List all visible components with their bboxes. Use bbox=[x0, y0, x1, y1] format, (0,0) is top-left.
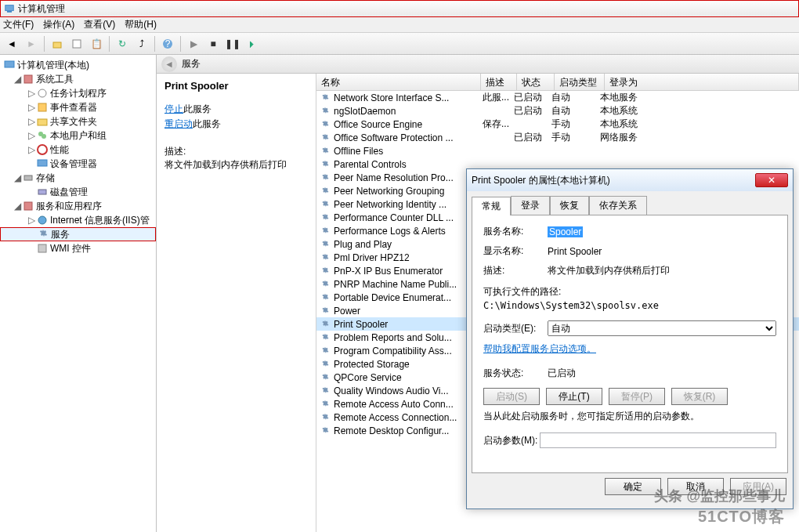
tree-eventviewer[interactable]: ▷事件查看器 bbox=[0, 100, 156, 114]
close-button[interactable]: ✕ bbox=[755, 173, 788, 187]
tree-iis[interactable]: ▷Internet 信息服务(IIS)管 bbox=[0, 213, 156, 227]
svg-point-13 bbox=[38, 145, 47, 154]
tab-logon[interactable]: 登录 bbox=[511, 196, 550, 215]
col-startup[interactable]: 启动类型 bbox=[555, 74, 605, 90]
svc-name-value[interactable]: Spooler bbox=[548, 226, 583, 237]
param-input bbox=[540, 432, 776, 448]
watermark-bottom: 51CTO博客 bbox=[698, 506, 785, 527]
svg-rect-17 bbox=[24, 202, 32, 210]
startup-select[interactable]: 自动 bbox=[548, 320, 776, 336]
desc-value: 将文件加载到内存供稍后打印 bbox=[548, 264, 776, 277]
window-title: 计算机管理 bbox=[18, 2, 65, 16]
svg-text:?: ? bbox=[165, 38, 171, 49]
watermark-top: 头条 @监控那些事儿 bbox=[654, 487, 785, 505]
help-link[interactable]: 帮助我配置服务启动选项。 bbox=[483, 343, 596, 354]
tree-localusers[interactable]: ▷本地用户和组 bbox=[0, 128, 156, 143]
start-button: 启动(S) bbox=[483, 388, 540, 405]
startup-label: 启动类型(E): bbox=[483, 322, 548, 335]
toolbar: ◄ ► 📋 ↻ ⤴ ? ▶ ■ ❚❚ ⏵ bbox=[0, 33, 799, 55]
tree-tasksched[interactable]: ▷任务计划程序 bbox=[0, 86, 156, 100]
tree-perf[interactable]: ▷性能 bbox=[0, 143, 156, 157]
desc-label: 描述: bbox=[164, 145, 308, 158]
service-row[interactable]: Office Source Engine保存...手动本地系统 bbox=[316, 118, 799, 131]
disp-name-label: 显示名称: bbox=[483, 244, 548, 258]
nav-fwd-icon[interactable]: ► bbox=[23, 35, 40, 52]
svg-point-8 bbox=[38, 89, 46, 97]
tree-svcapps[interactable]: ◢服务和应用程序 bbox=[0, 199, 156, 213]
status-value: 已启动 bbox=[548, 367, 776, 380]
tab-recovery[interactable]: 恢复 bbox=[550, 196, 589, 215]
param-label: 启动参数(M): bbox=[483, 434, 540, 447]
restart-icon[interactable]: ⏵ bbox=[244, 35, 261, 52]
service-row[interactable]: ngSlotDaemon已启动自动本地系统 bbox=[316, 104, 799, 118]
pause-button: 暂停(P) bbox=[609, 388, 665, 405]
tab-general[interactable]: 常规 bbox=[472, 197, 511, 215]
svg-point-12 bbox=[42, 134, 46, 139]
tree-services[interactable]: 服务 bbox=[0, 227, 156, 241]
tree-shared[interactable]: ▷共享文件夹 bbox=[0, 114, 156, 128]
tree-wmi[interactable]: WMI 控件 bbox=[0, 241, 156, 255]
stop-service-link[interactable]: 停止 bbox=[164, 103, 183, 114]
disp-name-value: Print Spooler bbox=[548, 246, 776, 257]
detail-pane: Print Spooler 停止此服务 重启动此服务 描述: 将文件加载到内存供… bbox=[157, 74, 316, 532]
svg-rect-16 bbox=[38, 190, 46, 194]
dialog-tabs: 常规 登录 恢复 依存关系 bbox=[467, 191, 793, 215]
svg-rect-0 bbox=[5, 5, 14, 11]
start-hint: 当从此处启动服务时，您可指定所适用的启动参数。 bbox=[483, 410, 776, 423]
help-icon[interactable]: ? bbox=[159, 35, 176, 52]
dialog-title: Print Spooler 的属性(本地计算机) bbox=[472, 174, 610, 187]
back-circle-icon[interactable]: ◄ bbox=[161, 56, 177, 72]
tree-storage[interactable]: ◢存储 bbox=[0, 171, 156, 185]
svg-rect-2 bbox=[53, 42, 61, 48]
tab-deps[interactable]: 依存关系 bbox=[589, 196, 647, 215]
service-row[interactable]: Network Store Interface S...此服...已启动自动本地… bbox=[316, 91, 799, 104]
exe-label: 可执行文件的路径: bbox=[483, 285, 776, 299]
exe-path: C:\Windows\System32\spoolsv.exe bbox=[483, 300, 776, 311]
svg-rect-19 bbox=[38, 244, 46, 252]
restart-service-link[interactable]: 重启动 bbox=[164, 118, 193, 129]
properties-dialog: Print Spooler 的属性(本地计算机) ✕ 常规 登录 恢复 依存关系… bbox=[466, 168, 794, 509]
refresh-icon[interactable]: ↻ bbox=[114, 35, 131, 52]
svg-rect-3 bbox=[73, 40, 81, 48]
svc-name-label: 服务名称: bbox=[483, 225, 548, 238]
menubar: 文件(F) 操作(A) 查看(V) 帮助(H) bbox=[0, 17, 799, 33]
col-logon[interactable]: 登录为 bbox=[605, 74, 799, 90]
export-icon[interactable]: 📋 bbox=[88, 35, 105, 52]
stop-button[interactable]: 停止(T) bbox=[546, 388, 602, 405]
dialog-titlebar[interactable]: Print Spooler 的属性(本地计算机) ✕ bbox=[467, 169, 793, 191]
app-icon bbox=[4, 3, 15, 14]
window-titlebar: 计算机管理 bbox=[0, 0, 799, 17]
svg-rect-9 bbox=[38, 103, 46, 111]
col-desc[interactable]: 描述 bbox=[481, 74, 517, 90]
props-icon[interactable] bbox=[68, 35, 85, 52]
tree-root[interactable]: 计算机管理(本地) bbox=[0, 58, 156, 72]
export2-icon[interactable]: ⤴ bbox=[133, 35, 150, 52]
col-name[interactable]: 名称 bbox=[316, 74, 481, 90]
nav-tree[interactable]: 计算机管理(本地) ◢系统工具 ▷任务计划程序 ▷事件查看器 ▷共享文件夹 ▷本… bbox=[0, 55, 157, 532]
tree-devmgr[interactable]: 设备管理器 bbox=[0, 157, 156, 171]
menu-file[interactable]: 文件(F) bbox=[3, 18, 34, 31]
menu-action[interactable]: 操作(A) bbox=[43, 18, 74, 31]
list-header: 名称 描述 状态 启动类型 登录为 bbox=[316, 74, 799, 91]
resume-button: 恢复(R) bbox=[671, 388, 728, 405]
menu-view[interactable]: 查看(V) bbox=[84, 18, 115, 31]
svg-rect-14 bbox=[38, 160, 47, 166]
svg-point-18 bbox=[38, 216, 46, 224]
menu-help[interactable]: 帮助(H) bbox=[125, 18, 157, 31]
col-status[interactable]: 状态 bbox=[517, 74, 555, 90]
ok-button[interactable]: 确定 bbox=[605, 478, 661, 495]
service-row[interactable]: Offline Files bbox=[316, 144, 799, 157]
play-icon[interactable]: ▶ bbox=[185, 35, 202, 52]
status-label: 服务状态: bbox=[483, 367, 548, 380]
tree-diskmgr[interactable]: 磁盘管理 bbox=[0, 185, 156, 199]
svg-rect-6 bbox=[5, 61, 14, 67]
nav-back-icon[interactable]: ◄ bbox=[3, 35, 20, 52]
pause-icon[interactable]: ❚❚ bbox=[224, 35, 241, 52]
service-row[interactable]: Office Software Protection ...已启动手动网络服务 bbox=[316, 131, 799, 144]
selected-service-name: Print Spooler bbox=[164, 80, 308, 92]
stop-icon[interactable]: ■ bbox=[204, 35, 222, 52]
up-icon[interactable] bbox=[49, 35, 66, 52]
desc-text: 将文件加载到内存供稍后打印 bbox=[164, 158, 308, 172]
svg-rect-10 bbox=[38, 119, 47, 125]
tree-systools[interactable]: ◢系统工具 bbox=[0, 72, 156, 86]
